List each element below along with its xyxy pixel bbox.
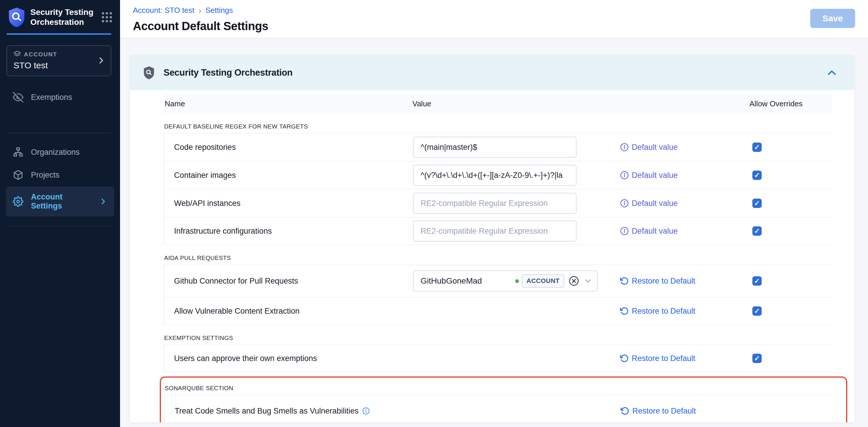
chevron-up-icon[interactable] xyxy=(825,66,838,79)
status-label: Restore to Default xyxy=(632,406,696,416)
module-accent-bar xyxy=(6,33,111,35)
sidebar-item-exemptions[interactable]: Exemptions xyxy=(6,86,114,109)
restore-icon xyxy=(620,277,629,285)
allow-override-checkbox[interactable]: ✓ xyxy=(752,226,762,236)
group-exemption-settings: EXEMPTION SETTINGS Users can approve the… xyxy=(163,332,832,372)
breadcrumb-settings-link[interactable]: Settings xyxy=(206,6,233,15)
allow-override-checkbox[interactable]: ✓ xyxy=(752,171,762,180)
github-connector-select[interactable]: GitHubGoneMad ACCOUNT xyxy=(413,270,597,292)
cube-icon xyxy=(13,170,23,180)
sidebar-item-organizations[interactable]: Organizations xyxy=(6,141,114,163)
connector-status-dot xyxy=(515,279,519,283)
infrastructure-configurations-regex-input[interactable] xyxy=(413,220,577,242)
check-icon: ✓ xyxy=(754,354,760,362)
group-sonarqube-section-highlighted: SONARQUBE SECTION Treat Code Smells and … xyxy=(160,376,847,422)
connector-scope-badge: ACCOUNT xyxy=(522,274,564,288)
restore-to-default-link[interactable]: Restore to Default xyxy=(620,307,750,316)
sto-logo-shield-icon xyxy=(8,7,26,27)
default-value-link[interactable]: Default value xyxy=(620,199,750,208)
breadcrumb-account-link[interactable]: Account: STO test xyxy=(133,6,194,15)
setting-name: Container images xyxy=(164,171,413,180)
setting-name: Github Connector for Pull Requests xyxy=(164,277,413,286)
settings-table: Name Value Allow Overrides DEFAULT BASEL… xyxy=(163,94,832,422)
column-header-allow-overrides: Allow Overrides xyxy=(749,99,832,109)
settings-panel: Security Testing Orchestration Name Valu… xyxy=(130,55,855,422)
restore-icon xyxy=(621,406,629,415)
sidebar: Security Testing Orchestration ACCOUNT S… xyxy=(0,0,120,427)
web-api-instances-regex-input[interactable] xyxy=(413,193,577,214)
layers-icon xyxy=(13,51,21,58)
info-icon xyxy=(620,199,629,208)
status-label: Restore to Default xyxy=(632,354,695,363)
table-row: Users can approve their own exemptions R… xyxy=(163,344,832,372)
clear-connector-icon[interactable] xyxy=(568,275,580,286)
column-header-value: Value xyxy=(412,99,619,109)
sidebar-item-label: Organizations xyxy=(31,148,80,157)
app-root: Security Testing Orchestration ACCOUNT S… xyxy=(0,0,868,427)
chevron-right-icon xyxy=(97,56,105,65)
setting-name: Code repositories xyxy=(164,143,413,152)
column-header-name: Name xyxy=(163,99,412,109)
chevron-right-icon xyxy=(99,197,107,206)
group-label: EXEMPTION SETTINGS xyxy=(163,332,832,344)
status-label: Default value xyxy=(632,171,678,180)
account-name: STO test xyxy=(13,60,97,70)
info-icon xyxy=(620,226,629,235)
org-chart-icon xyxy=(13,147,23,157)
code-repositories-regex-input[interactable] xyxy=(413,137,577,158)
table-row: Allow Vulnerable Content Extraction Rest… xyxy=(163,297,832,325)
allow-override-checkbox[interactable]: ✓ xyxy=(752,276,762,286)
default-value-link[interactable]: Default value xyxy=(620,226,750,236)
save-button[interactable]: Save xyxy=(810,9,855,28)
sidebar-item-label: Projects xyxy=(31,171,60,180)
restore-to-default-link[interactable]: Restore to Default xyxy=(620,354,750,363)
status-label: Restore to Default xyxy=(632,307,695,316)
sidebar-header: Security Testing Orchestration xyxy=(0,0,120,33)
restore-to-default-link[interactable]: Restore to Default xyxy=(620,277,750,286)
info-icon[interactable] xyxy=(362,407,370,415)
gear-icon xyxy=(13,196,23,207)
check-icon: ✓ xyxy=(754,227,760,235)
sidebar-item-account-settings[interactable]: Account Settings xyxy=(6,187,114,216)
info-icon xyxy=(620,143,629,152)
table-row: Github Connector for Pull Requests GitHu… xyxy=(163,264,832,297)
table-row: Code repositories Default value ✓ xyxy=(163,133,832,161)
check-icon: ✓ xyxy=(754,199,760,207)
status-label: Restore to Default xyxy=(632,277,695,286)
panel-header[interactable]: Security Testing Orchestration xyxy=(130,55,855,90)
content-area: Security Testing Orchestration Name Valu… xyxy=(120,38,868,427)
account-scope-label: ACCOUNT xyxy=(24,51,57,58)
table-row: Container images Default value ✓ xyxy=(163,161,832,189)
allow-override-checkbox[interactable]: ✓ xyxy=(752,199,762,208)
allow-override-checkbox[interactable]: ✓ xyxy=(752,354,762,363)
restore-icon xyxy=(620,307,629,315)
group-label: SONARQUBE SECTION xyxy=(164,382,834,395)
table-header-row: Name Value Allow Overrides xyxy=(163,94,832,114)
status-label: Default value xyxy=(632,143,678,152)
status-label: Default value xyxy=(632,199,678,208)
sidebar-item-projects[interactable]: Projects xyxy=(6,164,114,186)
container-images-regex-input[interactable] xyxy=(413,165,577,186)
setting-name: Users can approve their own exemptions xyxy=(164,354,413,363)
setting-name: Web/API instances xyxy=(164,199,413,208)
default-value-link[interactable]: Default value xyxy=(620,171,750,180)
nav-spacer xyxy=(0,109,120,125)
table-row: Web/API instances Default value ✓ xyxy=(163,189,832,217)
app-grid-icon[interactable] xyxy=(100,10,114,24)
allow-override-checkbox[interactable]: ✓ xyxy=(752,306,762,316)
check-icon: ✓ xyxy=(754,307,760,315)
nav-divider xyxy=(6,133,111,133)
group-aida-pull-requests: AIDA PULL REQUESTS Github Connector for … xyxy=(163,251,832,325)
chevron-down-icon[interactable] xyxy=(584,277,592,285)
default-value-link[interactable]: Default value xyxy=(620,143,750,152)
check-icon: ✓ xyxy=(754,171,760,179)
restore-to-default-link[interactable]: Restore to Default xyxy=(621,406,751,416)
group-label: DEFAULT BASELINE REGEX FOR NEW TARGETS xyxy=(163,120,832,133)
allow-override-checkbox[interactable]: ✓ xyxy=(752,143,762,152)
account-scope-selector[interactable]: ACCOUNT STO test xyxy=(6,45,111,76)
setting-name: Treat Code Smells and Bug Smells as Vuln… xyxy=(165,406,413,416)
nav-divider xyxy=(6,226,111,226)
shield-search-icon xyxy=(143,66,155,80)
breadcrumb-separator: › xyxy=(198,7,202,14)
sidebar-nav: Exemptions Organizations xyxy=(0,86,120,226)
